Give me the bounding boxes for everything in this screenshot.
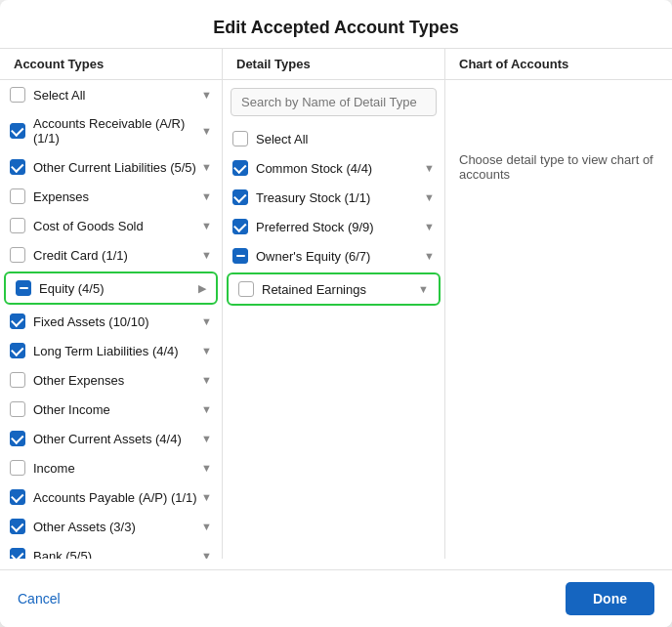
checkbox[interactable] xyxy=(10,159,25,175)
detail-type-label: Select All xyxy=(256,132,435,146)
account-type-label: Other Assets (3/3) xyxy=(33,520,197,534)
checkbox[interactable] xyxy=(10,314,25,329)
account-type-item[interactable]: Expenses▼ xyxy=(0,182,222,211)
account-type-item[interactable]: Income▼ xyxy=(0,453,222,482)
account-type-item[interactable]: Accounts Receivable (A/R) (1/1)▼ xyxy=(0,109,222,152)
detail-type-item[interactable]: Retained Earnings▼ xyxy=(227,272,441,306)
account-type-label: Credit Card (1/1) xyxy=(33,248,197,263)
columns-header: Account Types Detail Types Chart of Acco… xyxy=(0,49,672,80)
account-type-label: Other Income xyxy=(33,402,197,417)
account-type-label: Other Current Assets (4/4) xyxy=(33,432,197,446)
account-type-item[interactable]: Fixed Assets (10/10)▼ xyxy=(0,307,222,336)
account-type-label: Other Expenses xyxy=(33,373,197,388)
account-type-label: Expenses xyxy=(33,189,197,204)
detail-type-item[interactable]: Owner's Equity (6/7)▼ xyxy=(223,241,444,271)
detail-type-item[interactable]: Select All xyxy=(223,124,444,153)
checkbox[interactable] xyxy=(232,131,248,146)
account-type-label: Cost of Goods Sold xyxy=(33,219,197,233)
account-type-item[interactable]: Other Assets (3/3)▼ xyxy=(0,512,222,541)
checkbox[interactable] xyxy=(10,431,25,446)
chevron-down-icon: ▼ xyxy=(201,521,212,532)
checkbox[interactable] xyxy=(10,519,25,534)
account-type-label: Select All xyxy=(33,88,197,103)
checkbox[interactable] xyxy=(10,460,25,476)
chevron-down-icon: ▼ xyxy=(201,89,212,101)
account-type-label: Other Current Liabilities (5/5) xyxy=(33,160,197,175)
done-button[interactable]: Done xyxy=(566,582,654,615)
checkbox[interactable] xyxy=(10,343,25,358)
account-type-label: Long Term Liabilities (4/4) xyxy=(33,344,197,358)
account-type-item[interactable]: Other Expenses▼ xyxy=(0,365,222,395)
chevron-down-icon: ▼ xyxy=(424,221,435,232)
account-type-label: Income xyxy=(33,461,197,476)
col3-header: Chart of Accounts xyxy=(445,49,672,79)
account-type-item[interactable]: Other Current Assets (4/4)▼ xyxy=(0,424,222,453)
modal-title: Edit Accepted Account Types xyxy=(0,0,672,49)
chevron-down-icon: ▼ xyxy=(424,250,435,262)
account-type-item[interactable]: Cost of Goods Sold▼ xyxy=(0,211,222,240)
checkbox[interactable] xyxy=(232,160,248,176)
chevron-down-icon: ▼ xyxy=(201,249,212,261)
detail-type-label: Owner's Equity (6/7) xyxy=(256,249,420,264)
chevron-down-icon: ▼ xyxy=(201,462,212,474)
chevron-down-icon: ▼ xyxy=(424,191,435,203)
cancel-button[interactable]: Cancel xyxy=(18,591,61,606)
chevron-down-icon: ▼ xyxy=(201,374,212,386)
footer: Cancel Done xyxy=(0,569,672,627)
checkbox[interactable] xyxy=(10,401,25,417)
chevron-down-icon: ▼ xyxy=(201,550,212,559)
checkbox[interactable] xyxy=(10,188,25,204)
detail-type-label: Retained Earnings xyxy=(262,282,414,297)
detail-type-label: Preferred Stock (9/9) xyxy=(256,220,420,234)
chart-of-accounts-column: Choose detail type to view chart of acco… xyxy=(445,80,672,569)
checkbox[interactable] xyxy=(10,247,25,263)
account-type-label: Accounts Payable (A/P) (1/1) xyxy=(33,490,197,505)
checkbox[interactable] xyxy=(10,123,25,139)
account-type-item[interactable]: Credit Card (1/1)▼ xyxy=(0,240,222,270)
col2-header: Detail Types xyxy=(223,49,445,79)
account-type-label: Bank (5/5) xyxy=(33,549,197,560)
chevron-down-icon: ▼ xyxy=(201,161,212,173)
checkbox[interactable] xyxy=(10,87,25,103)
checkbox[interactable] xyxy=(10,218,25,233)
detail-type-item[interactable]: Treasury Stock (1/1)▼ xyxy=(223,183,444,212)
account-type-label: Accounts Receivable (A/R) (1/1) xyxy=(33,116,197,146)
checkbox[interactable] xyxy=(232,189,248,205)
checkbox[interactable] xyxy=(10,372,25,388)
detail-type-label: Common Stock (4/4) xyxy=(256,161,420,176)
account-type-item[interactable]: Long Term Liabilities (4/4)▼ xyxy=(0,336,222,365)
edit-account-types-modal: Edit Accepted Account Types Account Type… xyxy=(0,0,672,627)
checkbox[interactable] xyxy=(10,548,25,559)
account-type-item[interactable]: Accounts Payable (A/P) (1/1)▼ xyxy=(0,482,222,512)
checkbox[interactable] xyxy=(238,281,254,297)
chevron-right-icon: ▶ xyxy=(198,282,206,295)
account-type-item[interactable]: Other Income▼ xyxy=(0,395,222,424)
columns-body: Select All▼Accounts Receivable (A/R) (1/… xyxy=(0,80,672,569)
chevron-down-icon: ▼ xyxy=(201,125,212,137)
account-type-label: Equity (4/5) xyxy=(39,281,194,296)
detail-type-item[interactable]: Common Stock (4/4)▼ xyxy=(223,153,444,183)
search-input[interactable] xyxy=(231,88,437,116)
account-type-item[interactable]: Bank (5/5)▼ xyxy=(0,541,222,559)
checkbox[interactable] xyxy=(232,248,248,264)
chevron-down-icon: ▼ xyxy=(201,220,212,231)
chart-placeholder-text: Choose detail type to view chart of acco… xyxy=(459,152,658,182)
account-type-item[interactable]: Equity (4/5)▶ xyxy=(4,272,218,305)
chevron-down-icon: ▼ xyxy=(201,433,212,444)
chevron-down-icon: ▼ xyxy=(201,315,212,327)
chevron-down-icon: ▼ xyxy=(201,345,212,356)
account-types-column: Select All▼Accounts Receivable (A/R) (1/… xyxy=(0,80,223,559)
checkbox[interactable] xyxy=(10,489,25,505)
col1-header: Account Types xyxy=(0,49,223,79)
checkbox[interactable] xyxy=(232,219,248,234)
account-type-label: Fixed Assets (10/10) xyxy=(33,314,197,329)
chevron-down-icon: ▼ xyxy=(201,190,212,202)
detail-types-column: Select AllCommon Stock (4/4)▼Treasury St… xyxy=(223,80,445,559)
account-type-item[interactable]: Other Current Liabilities (5/5)▼ xyxy=(0,152,222,182)
checkbox[interactable] xyxy=(16,280,31,296)
chevron-down-icon: ▼ xyxy=(418,283,429,295)
account-type-item[interactable]: Select All▼ xyxy=(0,80,222,109)
detail-type-label: Treasury Stock (1/1) xyxy=(256,190,420,205)
detail-type-item[interactable]: Preferred Stock (9/9)▼ xyxy=(223,212,444,241)
chevron-down-icon: ▼ xyxy=(201,403,212,415)
